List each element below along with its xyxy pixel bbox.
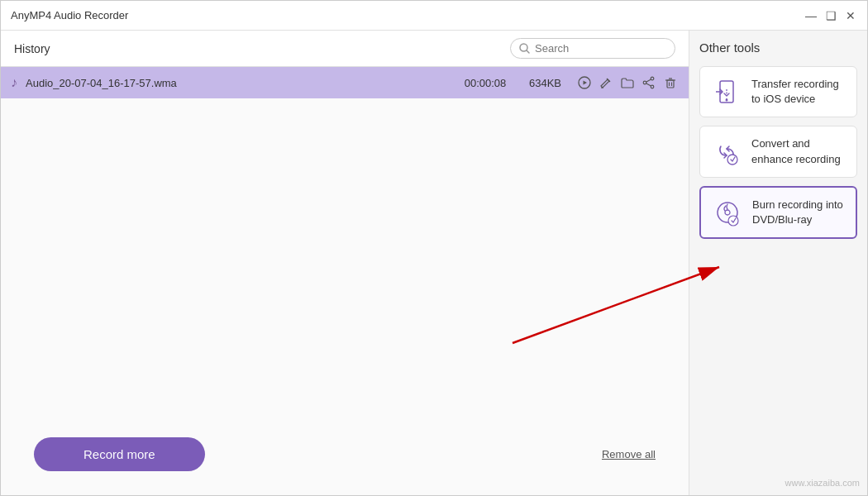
- convert-tool-card[interactable]: Convert andenhance recording: [699, 126, 857, 177]
- recording-name: Audio_20-07-04_16-17-57.wma: [26, 77, 448, 89]
- minimize-button[interactable]: —: [804, 9, 818, 22]
- close-button[interactable]: ✕: [844, 9, 857, 22]
- recording-list: ♪ Audio_20-07-04_16-17-57.wma 00:00:08 6…: [1, 67, 689, 413]
- window-controls: — ❑ ✕: [804, 9, 857, 22]
- burn-tool-card[interactable]: Burn recording intoDVD/Blu-ray: [699, 186, 857, 239]
- transfer-tool-card[interactable]: Transfer recordingto iOS device: [699, 66, 857, 117]
- recording-duration: 00:00:08: [456, 77, 514, 89]
- convert-icon: [712, 137, 742, 167]
- search-box[interactable]: [510, 38, 675, 59]
- other-tools-title: Other tools: [699, 41, 857, 55]
- burn-icon: [713, 198, 742, 227]
- history-label: History: [14, 42, 50, 55]
- svg-point-23: [725, 210, 730, 215]
- table-row[interactable]: ♪ Audio_20-07-04_16-17-57.wma 00:00:08 6…: [1, 67, 689, 98]
- search-icon: [519, 43, 530, 54]
- transfer-icon: [712, 77, 742, 107]
- play-icon[interactable]: [576, 74, 593, 91]
- app-title: AnyMP4 Audio Recorder: [11, 9, 804, 21]
- titlebar: AnyMP4 Audio Recorder — ❑ ✕: [1, 1, 867, 31]
- svg-line-9: [646, 79, 651, 82]
- bottom-area: Record more Remove all: [1, 413, 689, 495]
- svg-marker-3: [584, 81, 588, 85]
- main-content: History ♪ Audio_20-07-04_16-17-57.wma: [1, 31, 867, 495]
- svg-rect-11: [667, 80, 674, 88]
- remove-all-button[interactable]: Remove all: [602, 448, 656, 460]
- maximize-button[interactable]: ❑: [824, 9, 837, 22]
- recording-actions: [576, 74, 679, 91]
- right-panel: Other tools Transfer recordingto iOS dev…: [689, 31, 867, 495]
- burn-tool-label: Burn recording intoDVD/Blu-ray: [752, 198, 843, 227]
- search-input[interactable]: [535, 42, 666, 55]
- app-window: AnyMP4 Audio Recorder — ❑ ✕ History: [0, 0, 868, 496]
- svg-point-7: [651, 85, 654, 88]
- transfer-tool-label: Transfer recordingto iOS device: [751, 77, 839, 107]
- history-header: History: [1, 31, 689, 67]
- recording-size: 634KB: [522, 77, 568, 89]
- record-more-button[interactable]: Record more: [34, 437, 205, 471]
- music-icon: ♪: [11, 75, 17, 90]
- share-icon[interactable]: [641, 74, 657, 91]
- convert-tool-label: Convert andenhance recording: [751, 136, 841, 166]
- svg-line-10: [646, 83, 651, 86]
- svg-point-18: [726, 99, 728, 102]
- svg-line-1: [527, 50, 529, 53]
- svg-point-21: [727, 155, 737, 165]
- folder-icon[interactable]: [619, 74, 636, 91]
- svg-point-24: [728, 216, 738, 226]
- delete-icon[interactable]: [662, 74, 679, 91]
- left-panel: History ♪ Audio_20-07-04_16-17-57.wma: [1, 31, 689, 495]
- svg-point-6: [651, 77, 654, 80]
- edit-icon[interactable]: [598, 74, 614, 91]
